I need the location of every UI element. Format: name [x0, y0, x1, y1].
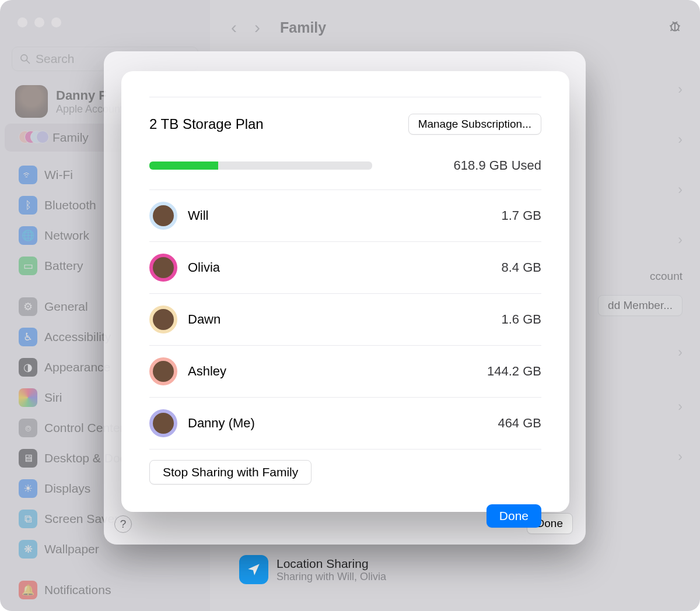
fullscreen-window-button[interactable] — [51, 17, 61, 27]
member-row[interactable]: Olivia8.4 GB — [149, 242, 541, 294]
storage-progress-fill — [149, 161, 218, 170]
stop-sharing-button[interactable]: Stop Sharing with Family — [149, 460, 312, 484]
location-arrow-icon — [239, 555, 268, 584]
member-storage-size: 144.2 GB — [487, 364, 541, 379]
avatar — [149, 409, 177, 437]
settings-window: Search Danny F Apple Account Family ᯤWi-… — [0, 0, 700, 611]
close-window-button[interactable] — [18, 17, 27, 27]
storage-sheet: 2 TB Storage Plan Manage Subscription...… — [121, 71, 569, 512]
done-button[interactable]: Done — [487, 504, 541, 528]
member-storage-size: 8.4 GB — [502, 260, 541, 275]
member-storage-size: 1.7 GB — [502, 208, 541, 223]
manage-subscription-button[interactable]: Manage Subscription... — [408, 114, 541, 135]
member-name: Ashley — [188, 364, 226, 379]
member-row[interactable]: Dawn1.6 GB — [149, 294, 541, 346]
location-sharing-title: Location Sharing — [276, 557, 386, 571]
storage-plan-title: 2 TB Storage Plan — [149, 116, 264, 132]
avatar — [149, 306, 177, 333]
member-name: Will — [188, 208, 208, 223]
member-row[interactable]: Ashley144.2 GB — [149, 346, 541, 398]
member-storage-size: 464 GB — [498, 416, 541, 431]
avatar — [149, 254, 177, 282]
member-row[interactable]: Will1.7 GB — [149, 190, 541, 242]
location-sharing-sub: Sharing with Will, Olivia — [276, 571, 386, 583]
member-list: Will1.7 GBOlivia8.4 GBDawn1.6 GBAshley14… — [149, 190, 541, 450]
minimize-window-button[interactable] — [34, 17, 44, 27]
member-name: Dawn — [188, 312, 220, 327]
member-name: Olivia — [188, 260, 220, 275]
member-name: Danny (Me) — [188, 416, 255, 431]
member-row[interactable]: Danny (Me)464 GB — [149, 398, 541, 450]
avatar — [149, 357, 177, 385]
storage-used-label: 618.9 GB Used — [454, 158, 541, 173]
storage-usage-row: 618.9 GB Used — [149, 146, 541, 190]
help-button[interactable]: ? — [114, 515, 132, 533]
storage-progress-bar — [149, 161, 372, 170]
location-sharing-row[interactable]: Location Sharing Sharing with Will, Oliv… — [239, 555, 386, 584]
traffic-lights — [18, 17, 61, 27]
member-storage-size: 1.6 GB — [502, 312, 541, 327]
avatar — [149, 202, 177, 230]
